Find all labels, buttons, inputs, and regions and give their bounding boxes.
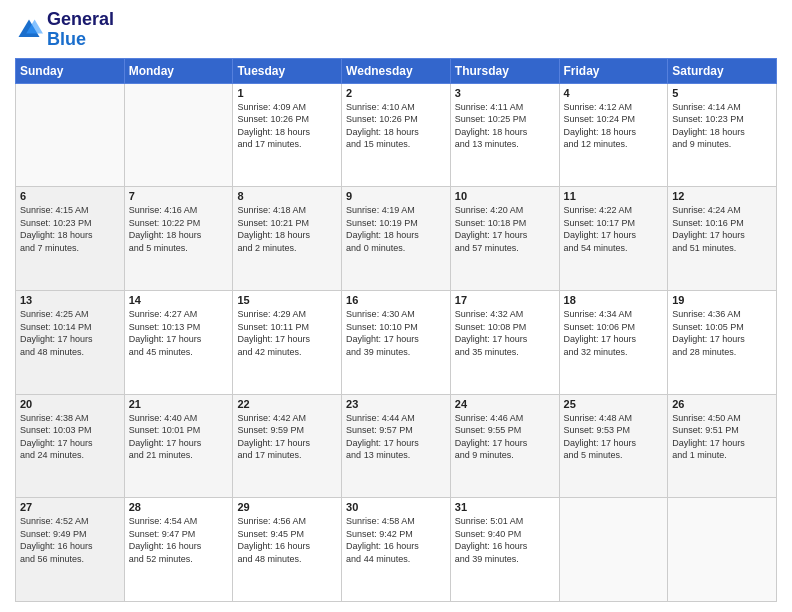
calendar-cell xyxy=(559,498,668,602)
calendar-week-0: 1Sunrise: 4:09 AM Sunset: 10:26 PM Dayli… xyxy=(16,83,777,187)
day-info: Sunrise: 4:42 AM Sunset: 9:59 PM Dayligh… xyxy=(237,412,337,462)
calendar-cell: 12Sunrise: 4:24 AM Sunset: 10:16 PM Dayl… xyxy=(668,187,777,291)
day-number: 2 xyxy=(346,87,446,99)
day-number: 15 xyxy=(237,294,337,306)
day-info: Sunrise: 4:15 AM Sunset: 10:23 PM Daylig… xyxy=(20,204,120,254)
logo-text: General Blue xyxy=(47,10,114,50)
day-number: 14 xyxy=(129,294,229,306)
calendar-cell: 19Sunrise: 4:36 AM Sunset: 10:05 PM Dayl… xyxy=(668,290,777,394)
calendar-cell: 8Sunrise: 4:18 AM Sunset: 10:21 PM Dayli… xyxy=(233,187,342,291)
day-info: Sunrise: 4:20 AM Sunset: 10:18 PM Daylig… xyxy=(455,204,555,254)
day-number: 19 xyxy=(672,294,772,306)
calendar-cell: 29Sunrise: 4:56 AM Sunset: 9:45 PM Dayli… xyxy=(233,498,342,602)
calendar-header-friday: Friday xyxy=(559,58,668,83)
calendar-cell: 10Sunrise: 4:20 AM Sunset: 10:18 PM Dayl… xyxy=(450,187,559,291)
day-number: 28 xyxy=(129,501,229,513)
day-info: Sunrise: 4:22 AM Sunset: 10:17 PM Daylig… xyxy=(564,204,664,254)
day-number: 29 xyxy=(237,501,337,513)
day-number: 5 xyxy=(672,87,772,99)
calendar-cell: 28Sunrise: 4:54 AM Sunset: 9:47 PM Dayli… xyxy=(124,498,233,602)
calendar-header-row: SundayMondayTuesdayWednesdayThursdayFrid… xyxy=(16,58,777,83)
day-info: Sunrise: 4:38 AM Sunset: 10:03 PM Daylig… xyxy=(20,412,120,462)
calendar-week-1: 6Sunrise: 4:15 AM Sunset: 10:23 PM Dayli… xyxy=(16,187,777,291)
day-number: 17 xyxy=(455,294,555,306)
day-info: Sunrise: 4:18 AM Sunset: 10:21 PM Daylig… xyxy=(237,204,337,254)
calendar-cell: 13Sunrise: 4:25 AM Sunset: 10:14 PM Dayl… xyxy=(16,290,125,394)
calendar-cell: 24Sunrise: 4:46 AM Sunset: 9:55 PM Dayli… xyxy=(450,394,559,498)
calendar-cell: 31Sunrise: 5:01 AM Sunset: 9:40 PM Dayli… xyxy=(450,498,559,602)
calendar-week-4: 27Sunrise: 4:52 AM Sunset: 9:49 PM Dayli… xyxy=(16,498,777,602)
day-info: Sunrise: 4:32 AM Sunset: 10:08 PM Daylig… xyxy=(455,308,555,358)
day-info: Sunrise: 4:40 AM Sunset: 10:01 PM Daylig… xyxy=(129,412,229,462)
day-number: 16 xyxy=(346,294,446,306)
calendar-cell: 16Sunrise: 4:30 AM Sunset: 10:10 PM Dayl… xyxy=(342,290,451,394)
day-number: 22 xyxy=(237,398,337,410)
calendar-week-3: 20Sunrise: 4:38 AM Sunset: 10:03 PM Dayl… xyxy=(16,394,777,498)
day-number: 26 xyxy=(672,398,772,410)
day-number: 30 xyxy=(346,501,446,513)
day-info: Sunrise: 4:48 AM Sunset: 9:53 PM Dayligh… xyxy=(564,412,664,462)
day-info: Sunrise: 4:19 AM Sunset: 10:19 PM Daylig… xyxy=(346,204,446,254)
calendar-cell: 2Sunrise: 4:10 AM Sunset: 10:26 PM Dayli… xyxy=(342,83,451,187)
day-number: 18 xyxy=(564,294,664,306)
day-number: 31 xyxy=(455,501,555,513)
calendar-cell xyxy=(124,83,233,187)
calendar-cell xyxy=(16,83,125,187)
logo: General Blue xyxy=(15,10,114,50)
day-info: Sunrise: 4:10 AM Sunset: 10:26 PM Daylig… xyxy=(346,101,446,151)
day-info: Sunrise: 4:12 AM Sunset: 10:24 PM Daylig… xyxy=(564,101,664,151)
calendar-cell: 1Sunrise: 4:09 AM Sunset: 10:26 PM Dayli… xyxy=(233,83,342,187)
calendar-cell: 22Sunrise: 4:42 AM Sunset: 9:59 PM Dayli… xyxy=(233,394,342,498)
day-number: 13 xyxy=(20,294,120,306)
day-number: 1 xyxy=(237,87,337,99)
day-info: Sunrise: 4:36 AM Sunset: 10:05 PM Daylig… xyxy=(672,308,772,358)
calendar-header-wednesday: Wednesday xyxy=(342,58,451,83)
calendar-header-tuesday: Tuesday xyxy=(233,58,342,83)
day-info: Sunrise: 5:01 AM Sunset: 9:40 PM Dayligh… xyxy=(455,515,555,565)
day-info: Sunrise: 4:14 AM Sunset: 10:23 PM Daylig… xyxy=(672,101,772,151)
calendar-cell: 26Sunrise: 4:50 AM Sunset: 9:51 PM Dayli… xyxy=(668,394,777,498)
calendar-cell: 14Sunrise: 4:27 AM Sunset: 10:13 PM Dayl… xyxy=(124,290,233,394)
header: General Blue xyxy=(15,10,777,50)
calendar-cell xyxy=(668,498,777,602)
day-number: 7 xyxy=(129,190,229,202)
day-number: 27 xyxy=(20,501,120,513)
calendar-cell: 27Sunrise: 4:52 AM Sunset: 9:49 PM Dayli… xyxy=(16,498,125,602)
calendar-week-2: 13Sunrise: 4:25 AM Sunset: 10:14 PM Dayl… xyxy=(16,290,777,394)
page: General Blue SundayMondayTuesdayWednesda… xyxy=(0,0,792,612)
calendar-header-thursday: Thursday xyxy=(450,58,559,83)
day-number: 8 xyxy=(237,190,337,202)
day-info: Sunrise: 4:29 AM Sunset: 10:11 PM Daylig… xyxy=(237,308,337,358)
calendar-header-monday: Monday xyxy=(124,58,233,83)
day-number: 12 xyxy=(672,190,772,202)
calendar-cell: 23Sunrise: 4:44 AM Sunset: 9:57 PM Dayli… xyxy=(342,394,451,498)
day-number: 20 xyxy=(20,398,120,410)
day-number: 23 xyxy=(346,398,446,410)
day-number: 10 xyxy=(455,190,555,202)
calendar-cell: 30Sunrise: 4:58 AM Sunset: 9:42 PM Dayli… xyxy=(342,498,451,602)
calendar-cell: 9Sunrise: 4:19 AM Sunset: 10:19 PM Dayli… xyxy=(342,187,451,291)
calendar-cell: 21Sunrise: 4:40 AM Sunset: 10:01 PM Dayl… xyxy=(124,394,233,498)
calendar-cell: 5Sunrise: 4:14 AM Sunset: 10:23 PM Dayli… xyxy=(668,83,777,187)
day-info: Sunrise: 4:09 AM Sunset: 10:26 PM Daylig… xyxy=(237,101,337,151)
day-info: Sunrise: 4:54 AM Sunset: 9:47 PM Dayligh… xyxy=(129,515,229,565)
calendar-cell: 6Sunrise: 4:15 AM Sunset: 10:23 PM Dayli… xyxy=(16,187,125,291)
day-number: 6 xyxy=(20,190,120,202)
logo-icon xyxy=(15,16,43,44)
day-number: 4 xyxy=(564,87,664,99)
day-number: 11 xyxy=(564,190,664,202)
calendar-header-sunday: Sunday xyxy=(16,58,125,83)
day-info: Sunrise: 4:56 AM Sunset: 9:45 PM Dayligh… xyxy=(237,515,337,565)
calendar-cell: 3Sunrise: 4:11 AM Sunset: 10:25 PM Dayli… xyxy=(450,83,559,187)
day-info: Sunrise: 4:52 AM Sunset: 9:49 PM Dayligh… xyxy=(20,515,120,565)
calendar-cell: 18Sunrise: 4:34 AM Sunset: 10:06 PM Dayl… xyxy=(559,290,668,394)
day-number: 21 xyxy=(129,398,229,410)
day-number: 24 xyxy=(455,398,555,410)
day-info: Sunrise: 4:30 AM Sunset: 10:10 PM Daylig… xyxy=(346,308,446,358)
calendar-cell: 11Sunrise: 4:22 AM Sunset: 10:17 PM Dayl… xyxy=(559,187,668,291)
day-info: Sunrise: 4:58 AM Sunset: 9:42 PM Dayligh… xyxy=(346,515,446,565)
calendar-cell: 7Sunrise: 4:16 AM Sunset: 10:22 PM Dayli… xyxy=(124,187,233,291)
calendar-cell: 20Sunrise: 4:38 AM Sunset: 10:03 PM Dayl… xyxy=(16,394,125,498)
day-number: 3 xyxy=(455,87,555,99)
day-number: 9 xyxy=(346,190,446,202)
